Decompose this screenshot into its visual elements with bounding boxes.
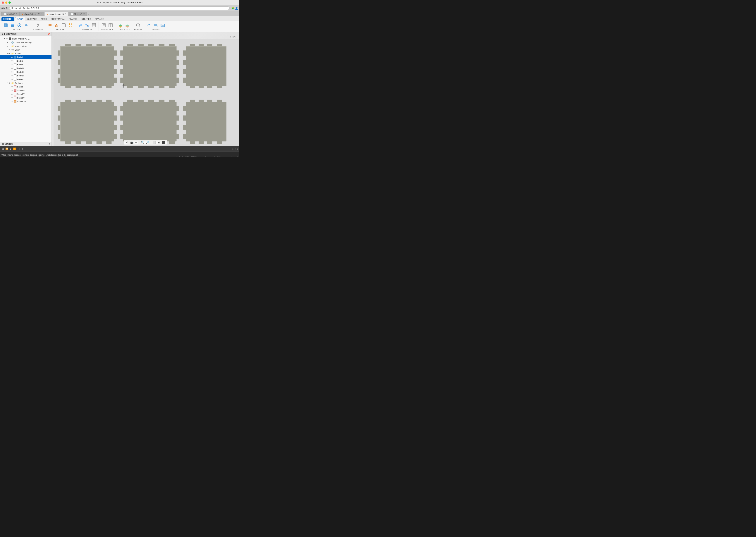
tool-3-icon[interactable]: ⊕ <box>236 148 238 150</box>
tab-plank-fingers[interactable]: ● plank_fingers v5 ✕ <box>45 12 68 16</box>
address-bar[interactable]: IR_test_wifi | Arduino IDE 2.3.4 <box>9 7 230 10</box>
plank-piece-3[interactable] <box>183 44 226 88</box>
configure-label[interactable]: CONFIGURE ▾ <box>101 29 113 31</box>
bodies-toggle-icon[interactable]: ▼ <box>6 53 9 55</box>
body3-visibility-icon[interactable]: 👁 <box>11 60 14 62</box>
window-controls[interactable] <box>2 1 11 4</box>
play-next-button[interactable]: ⏩ <box>13 147 17 150</box>
tree-sketch4[interactable]: 👁 Sketch4 <box>0 85 52 89</box>
assemble-joint-button[interactable] <box>77 22 83 28</box>
tree-body6[interactable]: 👁 Body6 <box>0 63 52 66</box>
timeline-marker[interactable] <box>22 148 22 150</box>
collapse-browser-button[interactable]: ◀◀ <box>1 33 5 35</box>
tree-root[interactable]: ▼ 👁 plank_fingers v5 ☁ <box>0 37 52 41</box>
profile-icon[interactable]: 👤 <box>235 7 238 10</box>
timeline-track[interactable] <box>22 148 230 149</box>
sketch7-visibility-icon[interactable]: 👁 <box>11 93 14 95</box>
tab-untitled2[interactable]: 📄 Untitled* ✕ <box>69 12 87 16</box>
insert-image-button[interactable] <box>159 22 166 28</box>
sketches-toggle-icon[interactable]: ▼ <box>6 82 9 84</box>
root-toggle-icon[interactable]: ▼ <box>3 38 6 40</box>
tab-untitled1[interactable]: 📄 Untitled* ✕ <box>1 12 20 16</box>
create-label[interactable]: CREATE ▾ <box>12 29 20 31</box>
body1-visibility-icon[interactable]: 👁 <box>11 56 14 58</box>
plank-piece-5[interactable] <box>120 100 179 144</box>
sketch10-visibility-icon[interactable]: 👁 <box>11 101 14 103</box>
tab-close-icon[interactable]: ✕ <box>16 13 18 15</box>
tree-body17[interactable]: 👁 Body17 <box>0 74 52 77</box>
inspect-label[interactable]: INSPECT ▾ <box>134 29 142 31</box>
browser-pin-icon[interactable]: 📌 <box>47 33 50 35</box>
3d-viewport-svg[interactable] <box>54 39 239 146</box>
plank-piece-1[interactable] <box>58 44 117 88</box>
sketch9-visibility-icon[interactable]: 👁 <box>11 97 14 99</box>
design-dropdown[interactable]: DESIGN ▾ <box>1 17 14 21</box>
assemble-bom-button[interactable] <box>91 22 97 28</box>
tree-body3[interactable]: 👁 Body3 <box>0 59 52 63</box>
ribbon-tab-solid[interactable]: SOLID <box>15 17 25 21</box>
tab-close-icon[interactable]: ✕ <box>83 13 85 15</box>
tree-body16[interactable]: 👁 Body16 <box>0 70 52 74</box>
tab-close-icon[interactable]: ✕ <box>41 13 42 15</box>
tree-document-settings[interactable]: ▶ ⚙️ Document Settings <box>0 41 52 44</box>
construct-label[interactable]: CONSTRUCT ▾ <box>118 29 130 31</box>
play-last-button[interactable]: ⏭ <box>17 147 20 150</box>
tree-body18[interactable]: 👁 Body18 <box>0 77 52 81</box>
ribbon-tab-plastic[interactable]: PLASTIC <box>67 17 79 21</box>
modify-pattern-button[interactable] <box>67 22 74 28</box>
tree-body14[interactable]: 👁 Body14 <box>0 66 52 70</box>
sketch5-visibility-icon[interactable]: 👁 <box>11 90 14 92</box>
extensions-icon[interactable]: 🧩 <box>231 7 234 10</box>
configure-table-button[interactable] <box>107 22 114 28</box>
assemble-rigid-group-button[interactable] <box>84 22 90 28</box>
body14-visibility-icon[interactable]: 👁 <box>11 67 14 69</box>
automate-button[interactable] <box>35 22 41 28</box>
tree-sketch9[interactable]: 👁 Sketch9 <box>0 96 52 100</box>
tab-planks[interactable]: ● planks&stock v2* ✕ <box>20 12 44 16</box>
back-icon[interactable]: ◀ <box>1 7 3 9</box>
ribbon-tab-utilities[interactable]: UTILITIES <box>80 17 93 21</box>
insert-add-button[interactable]: + <box>153 22 159 28</box>
construct-axis-button[interactable] <box>124 22 130 28</box>
new-tab-button[interactable]: + <box>88 13 89 16</box>
body18-visibility-icon[interactable]: 👁 <box>11 78 14 80</box>
tree-named-views[interactable]: ▶ 📁 Named Views <box>0 44 52 48</box>
tree-sketch10[interactable]: 👁 Sketch10 <box>0 100 52 103</box>
sketches-visibility-icon[interactable]: 👁 <box>9 82 11 84</box>
viewport[interactable]: FRONT Z↑ <box>52 32 239 146</box>
minimize-button[interactable] <box>5 1 7 4</box>
root-visibility-icon[interactable]: 👁 <box>6 38 9 40</box>
close-button[interactable] <box>2 1 4 4</box>
tree-origin[interactable]: ▶ 👁 Origin <box>0 48 52 52</box>
insert-link-button[interactable] <box>146 22 152 28</box>
doc-settings-toggle-icon[interactable]: ▶ <box>6 42 9 43</box>
tool-2-icon[interactable]: ✛ <box>234 148 236 150</box>
ribbon-tab-sheet-metal[interactable]: SHEET METAL <box>49 17 67 21</box>
comments-expand-icon[interactable]: ⬆ <box>48 143 50 145</box>
inspect-measure-button[interactable] <box>135 22 141 28</box>
modify-press-pull-button[interactable] <box>47 22 53 28</box>
play-button[interactable]: ▶ <box>9 147 12 150</box>
visual-style-button[interactable]: ◼ <box>157 141 160 144</box>
modify-shell-button[interactable] <box>60 22 67 28</box>
display-style-button[interactable]: ⬜ <box>152 141 156 144</box>
body16-visibility-icon[interactable]: 👁 <box>11 71 14 73</box>
maximize-button[interactable] <box>9 1 11 4</box>
insert-label[interactable]: INSERT ▾ <box>152 29 159 31</box>
forward-icon[interactable]: ▶ <box>4 7 5 9</box>
zoom-in-button[interactable]: 🔍 <box>140 141 145 144</box>
tree-sketch5[interactable]: 👁 Sketch5 <box>0 89 52 92</box>
tool-1-icon[interactable]: ⬚ <box>232 148 234 150</box>
assemble-label[interactable]: ASSEMBLE ▾ <box>82 29 92 31</box>
ribbon-tab-surface[interactable]: SURFACE <box>25 17 39 21</box>
play-prev-button[interactable]: ⏪ <box>5 147 9 150</box>
create-extrude-button[interactable] <box>9 22 16 28</box>
create-revolve-button[interactable] <box>16 22 22 28</box>
tree-body1[interactable]: 👁 Body1 <box>0 55 52 59</box>
tree-sketches[interactable]: ▼ 👁 📁 Sketches <box>0 81 52 85</box>
orbit-tool-icon[interactable]: ⚙ <box>126 141 129 144</box>
configure-button[interactable] <box>100 22 107 28</box>
ribbon-tab-manage[interactable]: MANAGE <box>93 17 106 21</box>
tree-bodies[interactable]: ▼ 👁 📁 Bodies <box>0 52 52 55</box>
body17-visibility-icon[interactable]: 👁 <box>11 75 14 77</box>
